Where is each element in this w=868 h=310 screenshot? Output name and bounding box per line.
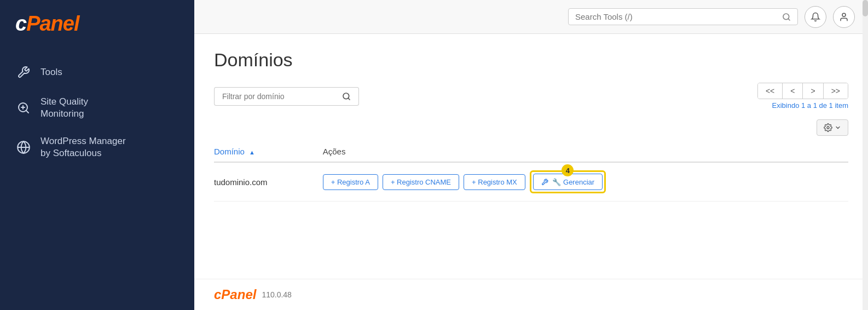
footer-logo: cPanel xyxy=(214,287,256,302)
footer-version: 110.0.48 xyxy=(262,290,292,299)
registro-cname-button[interactable]: + Registro CNAME xyxy=(383,174,459,190)
svg-line-6 xyxy=(788,19,790,20)
cpanel-logo: cPanel xyxy=(15,12,179,36)
sort-icon: ▲ xyxy=(249,149,255,156)
domain-filter-input[interactable] xyxy=(214,87,334,106)
col-dominio-header[interactable]: Domínio ▲ xyxy=(214,141,323,162)
sidebar-item-site-quality[interactable]: Site Quality Monitoring xyxy=(0,88,194,128)
filter-row: << < > >> Exibindo 1 a 1 de 1 item xyxy=(214,83,848,110)
tools-icon xyxy=(15,64,32,81)
page-next-button[interactable]: > xyxy=(803,83,823,99)
user-icon xyxy=(839,12,849,22)
site-quality-label: Site Quality Monitoring xyxy=(40,96,88,120)
actions-cell: + Registro A + Registro CNAME + Registro… xyxy=(323,162,848,202)
user-button[interactable] xyxy=(833,6,855,28)
svg-line-9 xyxy=(348,98,350,100)
col-acoes-header: Ações xyxy=(323,141,848,162)
svg-point-7 xyxy=(842,13,846,16)
sidebar-item-tools[interactable]: Tools xyxy=(0,56,194,88)
scrollbar-thumb[interactable] xyxy=(863,0,868,16)
wrench-icon xyxy=(541,179,548,186)
gerenciar-highlight: 4 🔧 Gerenciar xyxy=(530,170,606,193)
footer: cPanel 110.0.48 xyxy=(194,279,868,310)
sidebar-item-wordpress[interactable]: WordPress Manager by Softaculous xyxy=(0,128,194,167)
search-input[interactable] xyxy=(575,12,778,21)
registro-mx-button[interactable]: + Registro MX xyxy=(464,174,525,190)
sidebar-nav: Tools Site Quality Monitoring xyxy=(0,51,194,173)
domains-table: Domínio ▲ Ações tudominio.com + Registro… xyxy=(214,141,848,202)
table-row: tudominio.com + Registro A + Registro CN… xyxy=(214,162,848,202)
settings-gear-button[interactable] xyxy=(817,119,848,136)
tools-label: Tools xyxy=(40,66,62,78)
header xyxy=(194,0,868,34)
filter-search-button[interactable] xyxy=(334,87,359,106)
bell-icon xyxy=(811,12,820,22)
scrollbar[interactable] xyxy=(863,0,868,310)
search-icon xyxy=(782,13,791,21)
wordpress-icon xyxy=(15,139,32,156)
gerenciar-wrap: 4 🔧 Gerenciar xyxy=(530,170,606,193)
page-content: Domínios << < > >> Exibindo xyxy=(194,34,868,279)
chevron-down-icon xyxy=(835,124,841,131)
search-bar[interactable] xyxy=(568,8,798,25)
action-buttons: + Registro A + Registro CNAME + Registro… xyxy=(323,170,842,193)
page-title: Domínios xyxy=(214,49,848,71)
pagination-buttons: << < > >> xyxy=(757,83,848,99)
main-content: Domínios << < > >> Exibindo xyxy=(194,0,868,310)
badge-4: 4 xyxy=(562,164,574,176)
sidebar: cPanel Tools Site Qualit xyxy=(0,0,194,310)
registro-a-button[interactable]: + Registro A xyxy=(323,174,378,190)
page-first-button[interactable]: << xyxy=(758,83,783,99)
pagination-info: Exibindo 1 a 1 de 1 item xyxy=(772,101,848,110)
notification-button[interactable] xyxy=(805,6,826,28)
gear-icon xyxy=(824,123,832,132)
svg-point-10 xyxy=(827,127,829,129)
page-prev-button[interactable]: < xyxy=(783,83,803,99)
filter-search-icon xyxy=(342,92,351,101)
domain-cell: tudominio.com xyxy=(214,162,323,202)
wordpress-label: WordPress Manager by Softaculous xyxy=(40,135,126,159)
sidebar-logo-area: cPanel xyxy=(0,0,194,51)
filter-left xyxy=(214,87,359,106)
site-quality-icon xyxy=(15,100,32,116)
page-last-button[interactable]: >> xyxy=(824,83,848,99)
svg-line-1 xyxy=(26,111,28,113)
pagination: << < > >> Exibindo 1 a 1 de 1 item xyxy=(757,83,848,110)
settings-row xyxy=(214,119,848,136)
